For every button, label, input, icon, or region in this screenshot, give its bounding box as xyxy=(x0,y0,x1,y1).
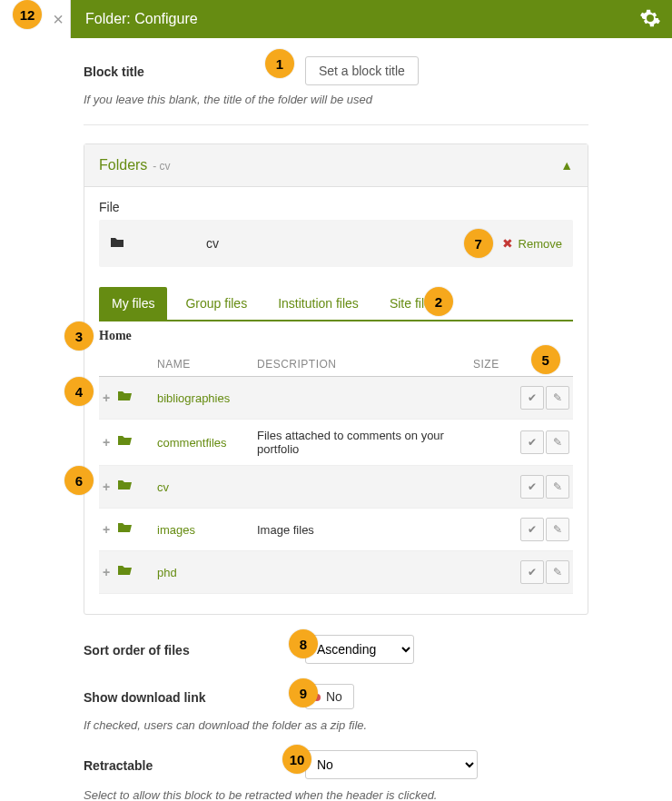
col-description: DESCRIPTION xyxy=(253,352,469,377)
annotation-badge-7: 7 xyxy=(464,229,493,258)
row-description xyxy=(253,466,469,509)
retractable-help: Select to allow this block to be retract… xyxy=(84,788,588,801)
col-name: NAME xyxy=(153,352,253,377)
folder-open-icon[interactable] xyxy=(117,390,133,405)
tab-institution-files[interactable]: Institution files xyxy=(265,287,371,320)
select-button check-icon[interactable]: ✔ xyxy=(520,560,544,584)
folders-panel-title: Folders xyxy=(99,157,147,173)
table-row: + commentfiles Files attached to comment… xyxy=(99,420,573,466)
set-block-title-button[interactable]: Set a block title xyxy=(305,56,419,85)
file-source-tabs: My files Group files Institution files S… xyxy=(99,287,573,321)
remove-file-link[interactable]: Remove xyxy=(519,237,562,251)
row-description: Files attached to comments on your portf… xyxy=(253,420,469,466)
retractable-select[interactable]: No xyxy=(305,750,478,779)
tab-group-files[interactable]: Group files xyxy=(173,287,260,320)
add-icon[interactable]: + xyxy=(103,391,110,405)
folder-link[interactable]: bibliographies xyxy=(157,391,230,405)
divider xyxy=(84,124,588,125)
edit-button pencil-icon[interactable]: ✎ xyxy=(546,560,569,584)
retractable-label: Retractable xyxy=(84,758,301,773)
annotation-badge-6: 6 xyxy=(64,466,94,495)
download-link-help: If checked, users can download the folde… xyxy=(84,718,588,732)
folders-panel-subtitle: - cv xyxy=(153,160,170,173)
annotation-badge-8: 8 xyxy=(289,629,318,658)
dialog-title: Folder: Configure xyxy=(71,11,198,27)
remove-file-icon[interactable]: ✖ xyxy=(502,236,513,251)
annotation-badge-5: 5 xyxy=(531,345,560,374)
select-button check-icon[interactable]: ✔ xyxy=(520,475,544,499)
edit-button pencil-icon[interactable]: ✎ xyxy=(546,430,569,454)
selected-file-name: cv xyxy=(206,236,219,251)
edit-button pencil-icon[interactable]: ✎ xyxy=(546,386,569,410)
select-button check-icon[interactable]: ✔ xyxy=(520,386,544,410)
edit-button pencil-icon[interactable]: ✎ xyxy=(546,475,569,499)
annotation-badge-2: 2 xyxy=(424,287,453,316)
folder-link[interactable]: commentfiles xyxy=(157,436,227,450)
dialog-header: × Folder: Configure xyxy=(71,0,672,38)
select-button check-icon[interactable]: ✔ xyxy=(520,430,544,454)
col-size: SIZE xyxy=(473,358,499,371)
row-description: Image files xyxy=(253,509,469,551)
gear-icon[interactable] xyxy=(639,7,661,32)
selected-file-row: cv 7 ✖ Remove xyxy=(99,220,573,267)
folder-open-icon[interactable] xyxy=(117,521,133,537)
chevron-up-icon[interactable]: ▲ xyxy=(560,158,573,173)
edit-button pencil-icon[interactable]: ✎ xyxy=(546,518,569,541)
folder-link[interactable]: cv xyxy=(157,480,169,494)
sort-order-select[interactable]: Ascending xyxy=(305,635,414,664)
annotation-badge-1: 1 xyxy=(265,49,294,78)
close-button close-icon[interactable]: × xyxy=(46,0,71,38)
table-row: + phd ✔✎ xyxy=(99,551,573,594)
add-icon[interactable]: + xyxy=(103,435,110,450)
select-button check-icon[interactable]: ✔ xyxy=(520,518,544,541)
folder-open-icon[interactable] xyxy=(117,479,133,494)
annotation-badge-3: 3 xyxy=(64,321,94,351)
add-icon[interactable]: + xyxy=(103,480,110,494)
annotation-badge-9: 9 xyxy=(289,678,318,707)
folders-panel: Folders - cv ▲ File cv 7 ✖ Remove My fil… xyxy=(84,143,588,615)
folder-open-icon[interactable] xyxy=(117,434,133,450)
folder-open-icon[interactable] xyxy=(117,564,133,579)
row-description xyxy=(253,551,469,594)
breadcrumb[interactable]: Home xyxy=(99,321,573,349)
table-row: 6 + cv ✔✎ xyxy=(99,466,573,509)
annotation-badge-4: 4 xyxy=(64,377,94,406)
table-row: 4 + bibliographies ✔✎ xyxy=(99,377,573,420)
add-icon[interactable]: + xyxy=(103,522,110,537)
folders-panel-header[interactable]: Folders - cv ▲ xyxy=(84,144,588,187)
add-icon[interactable]: + xyxy=(103,565,110,579)
sort-order-label: Sort order of files xyxy=(84,643,301,658)
file-label: File xyxy=(99,200,573,214)
row-description xyxy=(253,377,469,420)
annotation-badge-10: 10 xyxy=(282,745,311,774)
annotation-badge-12: 12 xyxy=(13,0,42,29)
folder-link[interactable]: phd xyxy=(157,566,177,579)
download-link-label: Show download link xyxy=(84,690,301,705)
folder-link[interactable]: images xyxy=(157,523,195,537)
block-title-help: If you leave this blank, the title of th… xyxy=(84,93,588,106)
folder-icon xyxy=(110,236,124,252)
tab-my-files[interactable]: My files xyxy=(99,287,167,320)
files-table: NAME DESCRIPTION SIZE 5 4 + xyxy=(99,352,573,594)
table-row: + images Image files ✔✎ xyxy=(99,509,573,551)
